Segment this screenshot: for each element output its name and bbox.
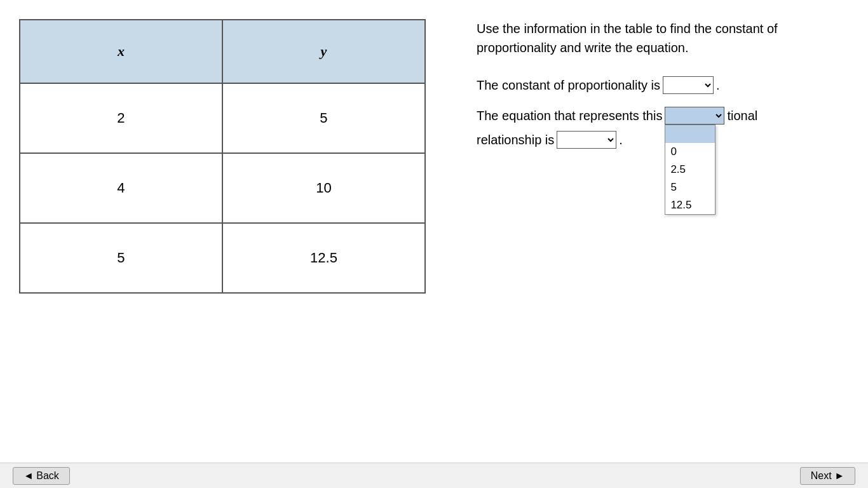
equation-select[interactable]: y = 2.5x y = 5x y = 0.4x (665, 107, 724, 125)
option-5[interactable]: 5 (665, 179, 715, 196)
equation-dropdown-open: 0 2.5 5 12.5 (665, 125, 715, 215)
question2-period: . (619, 133, 623, 147)
table-row: 5 12.5 (20, 223, 425, 293)
data-table: x y 2 5 4 10 5 12.5 (19, 19, 426, 294)
question2-prefix: The equation that represents this (477, 109, 662, 123)
relationship-is-label: relationship is (477, 133, 554, 147)
table-row: 2 5 (20, 83, 425, 153)
table-header-y: y (222, 20, 425, 83)
next-button[interactable]: Next ► (800, 467, 855, 485)
equation-select2-wrapper: y = 2.5x y = 5x (557, 131, 616, 149)
option-2-5[interactable]: 2.5 (665, 161, 715, 179)
question1-line: The constant of proportionality is 0 2.5… (477, 76, 849, 94)
cell-y-3: 12.5 (222, 223, 425, 293)
cell-y-2: 10 (222, 153, 425, 223)
right-panel: Use the information in the table to find… (477, 13, 849, 161)
table-row: 4 10 (20, 153, 425, 223)
equation-select2[interactable]: y = 2.5x y = 5x (557, 131, 616, 149)
option-blank[interactable] (665, 125, 715, 143)
instructions-text: Use the information in the table to find… (477, 19, 849, 57)
equation-dropdown-wrapper[interactable]: y = 2.5x y = 5x y = 0.4x 0 2.5 5 12.5 (665, 107, 724, 125)
back-button[interactable]: ◄ Back (13, 467, 70, 485)
cell-x-2: 4 (20, 153, 222, 223)
main-content: x y 2 5 4 10 5 12.5 (0, 0, 868, 306)
y-label: y (321, 43, 327, 59)
option-0[interactable]: 0 (665, 143, 715, 161)
question2-line2: relationship is y = 2.5x y = 5x . (477, 131, 849, 149)
option-12-5[interactable]: 12.5 (665, 196, 715, 214)
cell-x-1: 2 (20, 83, 222, 153)
cell-y-1: 5 (222, 83, 425, 153)
instructions-label: Use the information in the table to find… (477, 22, 778, 55)
table-header-x: x (20, 20, 222, 83)
question2-proportional: tional (727, 109, 757, 123)
question2-line: The equation that represents this y = 2.… (477, 107, 849, 125)
cell-x-3: 5 (20, 223, 222, 293)
question1-period: . (716, 78, 720, 93)
proportionality-select[interactable]: 0 2.5 5 12.5 (663, 76, 714, 94)
x-label: x (118, 43, 125, 59)
question1-prefix: The constant of proportionality is (477, 78, 660, 93)
bottom-bar: ◄ Back Next ► (0, 463, 868, 488)
proportionality-dropdown-wrapper: 0 2.5 5 12.5 (663, 76, 714, 94)
table-container: x y 2 5 4 10 5 12.5 (19, 19, 426, 294)
